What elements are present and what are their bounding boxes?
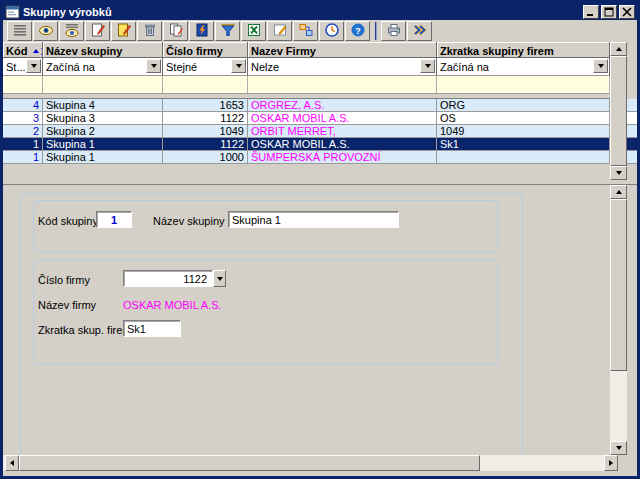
column-header-zkratka[interactable]: Zkratka skupiny firem (437, 42, 610, 58)
cell-nazev-skupiny: Skupina 4 (43, 99, 163, 111)
column-header-nazev-firmy[interactable]: Nazev Firmy (248, 42, 437, 58)
nazev-skupiny-field[interactable]: Skupina 1 (228, 211, 399, 228)
cell-nazev-skupiny: Skupina 1 (43, 151, 163, 163)
table-row[interactable]: 4 Skupina 4 1653 ORGREZ, A.S. ORG (3, 99, 637, 112)
chevron-down-icon[interactable] (420, 59, 435, 73)
close-button[interactable] (619, 5, 635, 19)
maximize-button[interactable] (601, 5, 617, 19)
double-chevron-icon (412, 22, 428, 40)
help-button[interactable]: ? (345, 21, 370, 41)
bulk-change-button[interactable] (189, 21, 214, 41)
cell-zkratka: ORG (437, 99, 610, 111)
list-view-icon (12, 22, 28, 40)
edit-record-button[interactable] (111, 21, 136, 41)
forward-button[interactable] (407, 21, 432, 41)
table-row[interactable]: 2 Skupina 2 1049 ORBIT MERRET, 1049 (3, 125, 637, 138)
filter-combo-nazev-firmy[interactable]: Nelze (248, 58, 437, 76)
nazev-firmy-label: Název firmy (38, 299, 96, 311)
quick-search-cell[interactable] (163, 76, 248, 94)
app-window: Skupiny výrobků (0, 0, 640, 479)
print-button[interactable] (381, 21, 406, 41)
scroll-up-button[interactable] (610, 42, 627, 56)
bottom-filler (3, 471, 637, 476)
toolbar-separator (375, 22, 377, 40)
eye-icon (38, 22, 54, 40)
cell-nazev-firmy: ORGREZ, A.S. (248, 99, 437, 111)
detail-vertical-scrollbar[interactable] (610, 185, 627, 455)
cislo-firmy-field[interactable]: 1122 (123, 270, 213, 287)
quick-search-cell[interactable] (437, 76, 610, 94)
scroll-up-button[interactable] (610, 185, 627, 199)
zkratka-field[interactable]: Sk1 (123, 320, 181, 337)
nazev-skupiny-label: Název skupiny (153, 215, 225, 227)
scrollbar-thumb[interactable] (610, 56, 627, 166)
chevron-down-icon[interactable] (593, 59, 608, 73)
column-header-kod[interactable]: Kód 1 (3, 42, 43, 58)
cell-zkratka: Sk1 (437, 138, 610, 150)
table-row-selected[interactable]: 1 Skupina 1 1122 OSKAR MOBIL A.S. Sk1 (3, 138, 637, 151)
filter-button[interactable] (215, 21, 240, 41)
cell-nazev-skupiny: Skupina 1 (43, 138, 163, 150)
table-row[interactable]: 3 Skupina 3 1122 OSKAR MOBIL A.S. OS (3, 112, 637, 125)
quick-search-cell[interactable] (3, 76, 43, 94)
cell-kod: 1 (3, 151, 43, 163)
minimize-button[interactable] (583, 5, 599, 19)
cell-kod: 1 (3, 138, 43, 150)
new-record-button[interactable] (85, 21, 110, 41)
scrollbar-thumb[interactable] (19, 455, 480, 471)
filter-combo-cislo-firmy[interactable]: Stejné (163, 58, 248, 76)
scrollbar-thumb[interactable] (610, 199, 627, 371)
cislo-firmy-lookup-button[interactable] (213, 270, 226, 287)
table-row[interactable]: 1 Skupina 1 1000 ŠUMPERSKÁ PROVOZNÍ (3, 151, 637, 164)
copy-record-button[interactable] (163, 21, 188, 41)
scroll-down-button[interactable] (610, 166, 627, 180)
quick-search-cell[interactable] (43, 76, 163, 94)
relations-icon (298, 22, 314, 40)
summary-view-button[interactable] (59, 21, 84, 41)
copy-document-icon (168, 22, 184, 40)
grid-vertical-scrollbar[interactable] (610, 42, 627, 180)
scroll-left-button[interactable] (5, 455, 19, 471)
view-button[interactable] (33, 21, 58, 41)
history-button[interactable] (319, 21, 344, 41)
data-grid: Kód 1 Název skupiny Číslo firmy Nazev Fi… (3, 42, 637, 180)
chevron-down-icon[interactable] (146, 59, 161, 73)
grid-filter-row: St... Začíná na Stejné Nelze Začíná na (3, 58, 637, 76)
sort-ascending-indicator: 1 (33, 45, 43, 57)
zkratka-label: Zkratka skup. firem (38, 324, 132, 336)
filter-combo-zkratka[interactable]: Začíná na (437, 58, 610, 76)
column-header-label: Kód (6, 45, 27, 57)
note-pencil-icon (272, 22, 288, 40)
toolbar: ? (3, 20, 637, 42)
kod-skupiny-field[interactable]: 1 (96, 211, 132, 228)
filter-combo-nazev-skupiny[interactable]: Začíná na (43, 58, 163, 76)
trash-icon (142, 22, 158, 40)
cell-kod: 3 (3, 112, 43, 124)
export-excel-button[interactable] (241, 21, 266, 41)
chevron-down-icon[interactable] (26, 59, 41, 73)
scroll-right-button[interactable] (604, 455, 618, 471)
excel-icon (246, 22, 262, 40)
cell-kod: 4 (3, 99, 43, 111)
relations-button[interactable] (293, 21, 318, 41)
edit-document-icon (116, 22, 132, 40)
nazev-firmy-value: OSKAR MOBIL A.S. (123, 299, 222, 311)
cell-nazev-skupiny: Skupina 3 (43, 112, 163, 124)
horizontal-scrollbar[interactable] (3, 455, 618, 471)
window-title: Skupiny výrobků (23, 6, 112, 18)
filter-funnel-icon (220, 22, 236, 40)
printer-icon (386, 22, 402, 40)
column-header-nazev-skupiny[interactable]: Název skupiny (43, 42, 163, 58)
cell-cislo-firmy: 1000 (163, 151, 248, 163)
column-header-cislo-firmy[interactable]: Číslo firmy (163, 42, 248, 58)
cell-zkratka: 1049 (437, 125, 610, 137)
scroll-down-button[interactable] (610, 441, 627, 455)
quick-search-cell[interactable] (248, 76, 437, 94)
delete-record-button[interactable] (137, 21, 162, 41)
note-button[interactable] (267, 21, 292, 41)
chevron-down-icon[interactable] (231, 59, 246, 73)
list-view-button[interactable] (7, 21, 32, 41)
cell-cislo-firmy: 1122 (163, 112, 248, 124)
group-firma (33, 260, 498, 365)
filter-combo-kod[interactable]: St... (3, 58, 43, 76)
